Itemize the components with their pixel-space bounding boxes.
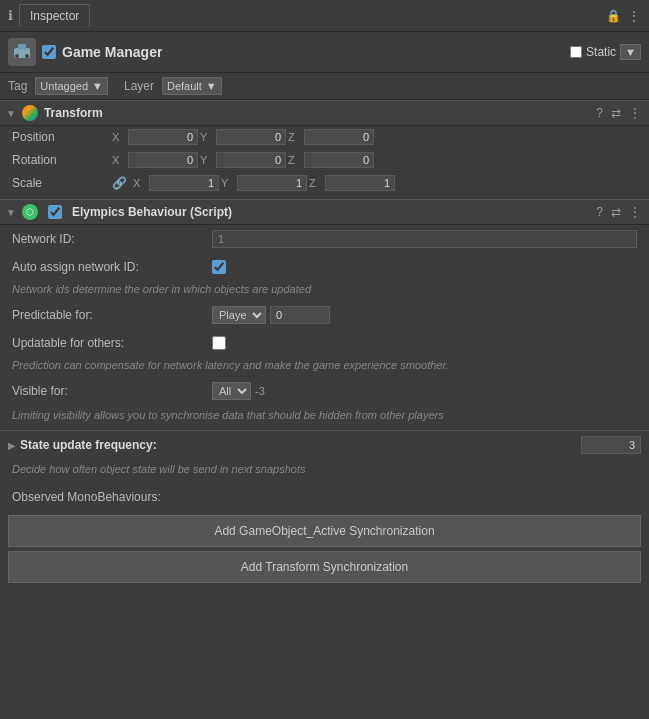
transform-more-icon[interactable]: ⋮ (627, 106, 643, 120)
rotation-x-input[interactable] (128, 152, 198, 168)
script-section-header: ▼ ⬡ Elympics Behaviour (Script) ? ⇄ ⋮ (0, 199, 649, 225)
network-id-label: Network ID: (12, 232, 212, 246)
rotation-y-label: Y (200, 154, 214, 166)
prediction-note: Prediction can compensate for network la… (0, 356, 649, 377)
transform-collapse-arrow[interactable]: ▼ (6, 108, 16, 119)
rotation-z-input[interactable] (304, 152, 374, 168)
position-y-label: Y (200, 131, 214, 143)
predictable-select[interactable]: Playe (212, 306, 266, 324)
position-y-input[interactable] (216, 129, 286, 145)
lock-icon[interactable]: 🔒 (606, 9, 621, 23)
visible-row: Visible for: All -3 (0, 377, 649, 406)
transform-help-icon[interactable]: ? (594, 106, 605, 120)
observed-row: Observed MonoBehaviours: (0, 484, 649, 511)
transform-icon (22, 105, 38, 121)
object-enabled-checkbox[interactable] (42, 45, 56, 59)
observed-label: Observed MonoBehaviours: (12, 490, 161, 504)
visible-select[interactable]: All (212, 382, 251, 400)
rotation-label: Rotation (12, 153, 112, 167)
predictable-value-area: Playe (212, 306, 330, 324)
rotation-x-label: X (112, 154, 126, 166)
rotation-row: Rotation X Y Z (0, 149, 649, 172)
scale-row: Scale 🔗 X Y Z (0, 172, 649, 195)
network-id-value-area (212, 230, 637, 248)
visible-note: Limiting visibility allows you to synchr… (0, 406, 649, 430)
add-gameobject-active-button[interactable]: Add GameObject_Active Synchronization (8, 515, 641, 547)
auto-assign-row: Auto assign network ID: (0, 254, 649, 280)
position-xyz: X Y Z (112, 129, 641, 145)
layer-value: Default (167, 80, 202, 92)
layer-label: Layer (124, 79, 154, 93)
scale-z-input[interactable] (325, 175, 395, 191)
inspector-tab[interactable]: Inspector (19, 4, 90, 27)
object-icon (8, 38, 36, 66)
inspector-tab-label: Inspector (30, 9, 79, 23)
rotation-y-input[interactable] (216, 152, 286, 168)
position-label: Position (12, 130, 112, 144)
state-freq-input[interactable] (581, 436, 641, 454)
network-id-input[interactable] (212, 230, 637, 248)
predictable-row: Predictable for: Playe (0, 301, 649, 330)
position-x-input[interactable] (128, 129, 198, 145)
auto-assign-label: Auto assign network ID: (12, 260, 212, 274)
auto-assign-note: Network ids determine the order in which… (0, 280, 649, 301)
title-bar-right: 🔒 ⋮ (606, 8, 641, 24)
script-icon: ⬡ (22, 204, 38, 220)
static-area: Static ▼ (570, 44, 641, 60)
updatable-row: Updatable for others: (0, 330, 649, 356)
scale-y-input[interactable] (237, 175, 307, 191)
svg-point-3 (25, 54, 29, 58)
layer-select[interactable]: Default ▼ (162, 77, 222, 95)
scale-x-label: X (133, 177, 147, 189)
transform-section-icons: ? ⇄ ⋮ (594, 106, 643, 120)
script-settings-icon[interactable]: ⇄ (609, 205, 623, 219)
predictable-input[interactable] (270, 306, 330, 324)
scale-lock-icon[interactable]: 🔗 (112, 176, 127, 190)
position-row: Position X Y Z (0, 126, 649, 149)
title-bar: ℹ Inspector 🔒 ⋮ (0, 0, 649, 32)
tag-select[interactable]: Untagged ▼ (35, 77, 108, 95)
script-help-icon[interactable]: ? (594, 205, 605, 219)
scale-y-label: Y (221, 177, 235, 189)
svg-point-2 (15, 54, 19, 58)
position-z-label: Z (288, 131, 302, 143)
object-header: Game Manager Static ▼ (0, 32, 649, 73)
tag-dropdown-arrow: ▼ (92, 80, 103, 92)
transform-section-header: ▼ Transform ? ⇄ ⋮ (0, 100, 649, 126)
state-freq-note: Decide how often object state will be se… (0, 460, 649, 484)
script-section-icons: ? ⇄ ⋮ (594, 205, 643, 219)
add-transform-sync-button[interactable]: Add Transform Synchronization (8, 551, 641, 583)
script-collapse-arrow[interactable]: ▼ (6, 207, 16, 218)
transform-title: Transform (44, 106, 588, 120)
visible-label: Visible for: (12, 384, 212, 398)
game-object-svg (12, 42, 32, 62)
position-z-input[interactable] (304, 129, 374, 145)
state-freq-arrow[interactable]: ▶ (8, 440, 16, 451)
state-freq-label: State update frequency: (20, 438, 157, 452)
updatable-checkbox[interactable] (212, 336, 226, 350)
svg-rect-1 (18, 44, 26, 50)
tag-layer-row: Tag Untagged ▼ Layer Default ▼ (0, 73, 649, 100)
scale-x-input[interactable] (149, 175, 219, 191)
script-title: Elympics Behaviour (Script) (72, 205, 588, 219)
transform-settings-icon[interactable]: ⇄ (609, 106, 623, 120)
object-name-area: Game Manager (42, 44, 564, 60)
script-enabled-checkbox[interactable] (48, 205, 62, 219)
network-id-row: Network ID: (0, 225, 649, 254)
scale-z-label: Z (309, 177, 323, 189)
auto-assign-checkbox[interactable] (212, 260, 226, 274)
static-checkbox[interactable] (570, 46, 582, 58)
object-name: Game Manager (62, 44, 162, 60)
static-label: Static (586, 45, 616, 59)
static-dropdown[interactable]: ▼ (620, 44, 641, 60)
visible-value: -3 (255, 385, 265, 397)
more-icon[interactable]: ⋮ (627, 8, 641, 24)
layer-dropdown-arrow: ▼ (206, 80, 217, 92)
script-more-icon[interactable]: ⋮ (627, 205, 643, 219)
info-icon: ℹ (8, 8, 13, 23)
tag-label: Tag (8, 79, 27, 93)
title-bar-left: ℹ Inspector (8, 4, 606, 27)
visible-value-area: All -3 (212, 382, 265, 400)
tag-value: Untagged (40, 80, 88, 92)
rotation-z-label: Z (288, 154, 302, 166)
